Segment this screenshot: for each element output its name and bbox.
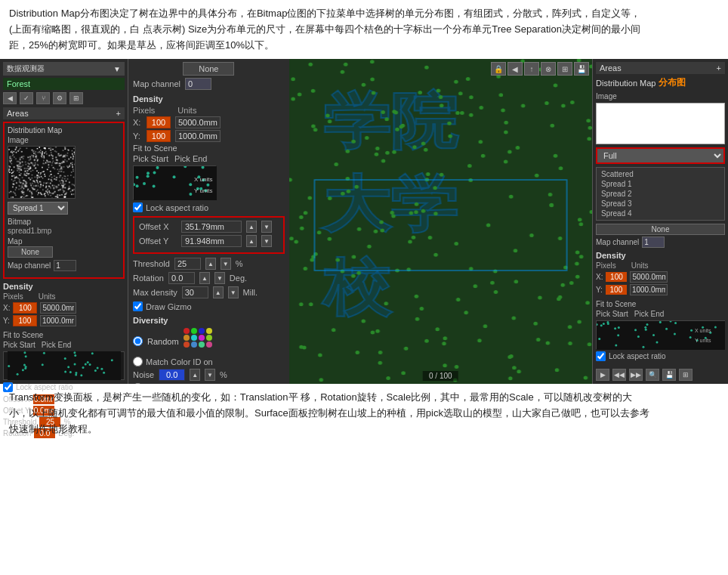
full-select[interactable]: Full (597, 149, 723, 162)
right-nav-icons: ▶ ◀◀ ▶▶ 🔍 💾 ⊞ (596, 366, 725, 381)
grid-icon[interactable]: ⊞ (69, 92, 83, 104)
chinese-label: 分布图 (659, 76, 686, 89)
gear-icon[interactable]: ⚙ (53, 92, 66, 104)
mid-rotation-row: Rotation ▲ ▼ Deg. (133, 272, 285, 284)
mid-maxdensity-row: Max density ▲ ▼ Mill. (133, 286, 285, 298)
panel-title-bar: 数据观测器 ▼ (3, 62, 125, 76)
mid-pick-end[interactable]: Pick End (174, 154, 207, 163)
spread-1[interactable]: Spread 1 (598, 179, 723, 189)
right-prev-icon[interactable]: ◀◀ (612, 369, 626, 381)
mid-map-ch-input[interactable] (185, 78, 211, 90)
right-dist-map: Distribution Map 分布图 (596, 76, 725, 89)
spread-4[interactable]: Spread 4 (598, 209, 723, 218)
dist-map-label: Distribution Map (8, 126, 120, 134)
mid-maxdensity-input[interactable] (182, 286, 208, 298)
x-units-input[interactable] (40, 302, 76, 314)
right-map-channel: Map channel (596, 236, 725, 248)
right-zoom-icon[interactable]: 🔍 (646, 369, 659, 381)
offset-x-down[interactable]: ▼ (261, 221, 272, 233)
mid-pick: Pick Start Pick End (133, 154, 285, 163)
y-pixels-input[interactable] (13, 315, 37, 326)
vp-save-icon[interactable]: 💾 (574, 62, 589, 76)
thresh-up[interactable]: ▲ (205, 258, 216, 270)
color-dot-12 (206, 342, 212, 348)
maxd-down[interactable]: ▼ (228, 286, 239, 298)
right-lock-checkbox[interactable] (596, 351, 606, 361)
spread-dropdown[interactable]: Spread 1 (8, 202, 120, 215)
mid-y-pixels[interactable] (147, 130, 171, 142)
mid-y-units[interactable] (175, 130, 221, 142)
mid-lock-checkbox[interactable] (133, 202, 143, 212)
spread-scattered[interactable]: Scattered (598, 169, 723, 179)
right-save2-icon[interactable]: 💾 (662, 369, 676, 381)
maxd-up[interactable]: ▲ (213, 286, 224, 298)
right-y-units[interactable] (630, 284, 668, 295)
right-image-box (596, 103, 725, 144)
right-pick-end[interactable]: Pick End (634, 310, 664, 318)
rot-down[interactable]: ▼ (214, 272, 225, 284)
color-dot-10 (191, 342, 197, 348)
arrow-left-icon[interactable]: ◀ (3, 92, 17, 104)
vp-grid2-icon[interactable]: ⊞ (557, 62, 572, 76)
map-channel-input[interactable] (54, 260, 76, 271)
right-pick: Pick Start Pick End (596, 310, 725, 318)
noise-down[interactable]: ▼ (205, 369, 215, 381)
offset-y-down[interactable]: ▼ (261, 235, 272, 247)
right-ch-input[interactable] (642, 236, 665, 248)
vp-cursor-icon[interactable]: ↑ (524, 62, 539, 76)
top-none-row: None (133, 62, 285, 76)
pick-start[interactable]: Pick Start (3, 341, 35, 349)
viewport: 🔒 ◀ ↑ ⊗ ⊞ 💾 0 / 100 (289, 59, 592, 384)
spread-select[interactable]: Spread 1 (8, 202, 68, 215)
rot-up[interactable]: ▲ (199, 272, 210, 284)
cluster-radio[interactable] (133, 383, 143, 384)
mid-rotation-input[interactable] (168, 272, 195, 284)
right-plus-icon[interactable]: + (717, 63, 721, 73)
color-dot-8 (206, 335, 212, 341)
right-grid3-icon[interactable]: ⊞ (679, 369, 693, 381)
color-dot-7 (199, 335, 205, 341)
check-icon[interactable]: ✓ (20, 92, 33, 104)
offset-y-up[interactable]: ▲ (246, 235, 257, 247)
noise-up[interactable]: ▲ (190, 369, 200, 381)
branch-icon[interactable]: ⑂ (36, 92, 50, 104)
mid-x-pixels[interactable] (147, 116, 171, 128)
offset-y-input[interactable] (181, 235, 242, 247)
none-button[interactable]: None (8, 246, 53, 258)
right-next-icon[interactable]: ▶▶ (629, 369, 643, 381)
plus-icon[interactable]: + (116, 109, 121, 118)
forest-item[interactable]: Forest (3, 78, 125, 90)
none-center-button[interactable]: None (183, 62, 234, 76)
right-preview (596, 320, 725, 349)
random-radio[interactable] (133, 336, 143, 346)
right-y-pixels[interactable] (606, 285, 627, 295)
right-x-pixels[interactable] (606, 272, 627, 282)
right-pick-start[interactable]: Pick Start (596, 310, 628, 318)
thresh-down[interactable]: ▼ (221, 258, 231, 270)
color-dot-6 (191, 335, 197, 341)
mid-x-units[interactable] (175, 116, 221, 128)
map-channel-row: Map channel (8, 260, 120, 271)
spread-2[interactable]: Spread 2 (598, 189, 723, 199)
right-x-units[interactable] (630, 271, 668, 283)
mid-pick-start[interactable]: Pick Start (133, 154, 168, 163)
spread-3[interactable]: Spread 3 (598, 199, 723, 209)
right-density: Density Pixels Units X: Y: (596, 251, 725, 297)
x-pixels-input[interactable] (13, 302, 37, 314)
right-image-label: Image (596, 92, 725, 100)
offset-x-input[interactable] (181, 221, 242, 233)
right-play-icon[interactable]: ▶ (596, 369, 609, 381)
noise-input[interactable] (159, 369, 185, 381)
mid-y-row: Y: (133, 130, 285, 142)
random-row: Random (133, 328, 285, 354)
y-units-input[interactable] (40, 315, 76, 326)
offset-x-up[interactable]: ▲ (246, 221, 257, 233)
mid-threshold-input[interactable] (174, 258, 201, 270)
vp-chain-icon[interactable]: ⊗ (541, 62, 556, 76)
draw-gizmo-checkbox[interactable] (133, 301, 143, 311)
pick-end[interactable]: Pick End (42, 341, 71, 349)
match-color-radio[interactable] (133, 357, 143, 366)
vp-arrow-icon[interactable]: ◀ (507, 62, 523, 76)
vp-lock-icon[interactable]: 🔒 (491, 62, 506, 76)
right-none-btn[interactable]: None (596, 224, 725, 235)
